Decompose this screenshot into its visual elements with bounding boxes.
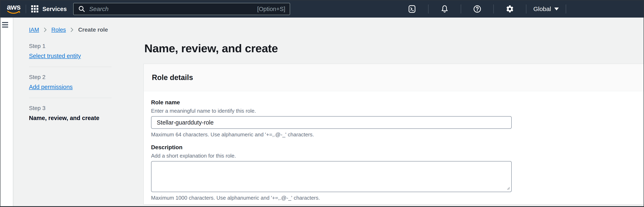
topbar-spacer (572, 9, 644, 9)
open-menu-button[interactable] (2, 22, 10, 30)
main-content: Name, review, and create Role details Ro… (144, 18, 644, 206)
settings-button[interactable] (505, 4, 514, 14)
role-name-input[interactable] (151, 116, 512, 129)
services-label: Services (42, 6, 67, 13)
chevron-right-icon (70, 27, 74, 32)
breadcrumb: IAM Roles Create role (29, 27, 108, 33)
page-title: Name, review, and create (144, 42, 278, 55)
help-button[interactable] (472, 4, 482, 14)
step-current-name-review-create: Name, review, and create (29, 115, 100, 121)
aws-console-topbar: aws Services [Option+S] (0, 1, 644, 18)
grid-icon (31, 5, 39, 13)
collapsed-side-navigation (0, 18, 13, 206)
aws-smile-icon (7, 11, 20, 14)
caret-down-icon (554, 8, 559, 11)
topbar-right-cluster: Global (402, 1, 644, 18)
services-button[interactable]: Services (31, 5, 67, 13)
menu-icon (2, 22, 8, 23)
panel-title: Role details (152, 73, 193, 82)
aws-logo[interactable]: aws (6, 4, 21, 14)
region-selector[interactable]: Global (532, 6, 560, 13)
page-body: IAM Roles Create role Step 1 Select trus… (0, 18, 644, 206)
question-icon (473, 5, 482, 13)
panel-header: Role details (144, 64, 644, 91)
role-name-hint: Enter a meaningful name to identify this… (151, 108, 636, 114)
cloudshell-button[interactable] (407, 4, 417, 14)
description-field: Description Add a short explanation for … (151, 144, 636, 201)
step-number-label: Step 3 (29, 105, 112, 111)
search-bar[interactable]: [Option+S] (73, 3, 290, 15)
region-label: Global (533, 6, 551, 13)
description-textarea[interactable] (151, 161, 512, 192)
step-number-label: Step 1 (29, 43, 112, 49)
role-name-constraint: Maximum 64 characters. Use alphanumeric … (151, 131, 636, 138)
role-details-panel: Role details Role name Enter a meaningfu… (144, 64, 644, 204)
browser-window: aws Services [Option+S] (0, 0, 644, 207)
search-input[interactable] (89, 6, 257, 13)
wizard-steps-nav: Step 1 Select trusted entity Step 2 Add … (29, 43, 112, 129)
search-icon (78, 5, 86, 13)
role-name-label: Role name (151, 99, 636, 106)
gear-icon (506, 5, 514, 13)
bell-icon (440, 5, 449, 13)
breadcrumb-link-iam[interactable]: IAM (29, 27, 39, 33)
description-label: Description (151, 144, 636, 151)
wizard-step-1: Step 1 Select trusted entity (29, 43, 112, 67)
topbar-divider (26, 5, 26, 13)
topbar-divider (461, 5, 461, 14)
breadcrumb-current: Create role (78, 27, 108, 33)
topbar-divider (566, 5, 566, 14)
description-hint: Add a short explanation for this role. (151, 152, 636, 159)
step-link-add-permissions[interactable]: Add permissions (29, 84, 72, 90)
topbar-divider (428, 5, 428, 14)
description-constraint: Maximum 1000 characters. Use alphanumeri… (151, 194, 636, 201)
breadcrumb-link-roles[interactable]: Roles (51, 27, 66, 33)
role-name-field: Role name Enter a meaningful name to ide… (151, 99, 636, 138)
step-number-label: Step 2 (29, 74, 112, 80)
wizard-step-3: Step 3 Name, review, and create (29, 105, 112, 129)
resize-handle-icon[interactable] (506, 186, 510, 190)
topbar-divider (526, 5, 526, 14)
topbar-divider (493, 5, 494, 14)
chevron-right-icon (43, 27, 47, 32)
wizard-step-2: Step 2 Add permissions (29, 74, 112, 98)
aws-logo-text: aws (7, 4, 20, 11)
notifications-button[interactable] (440, 4, 449, 14)
cloudshell-terminal-icon (408, 5, 416, 13)
search-shortcut-hint: [Option+S] (257, 6, 285, 13)
panel-body: Role name Enter a meaningful name to ide… (144, 91, 644, 204)
step-link-select-trusted-entity[interactable]: Select trusted entity (29, 53, 81, 59)
